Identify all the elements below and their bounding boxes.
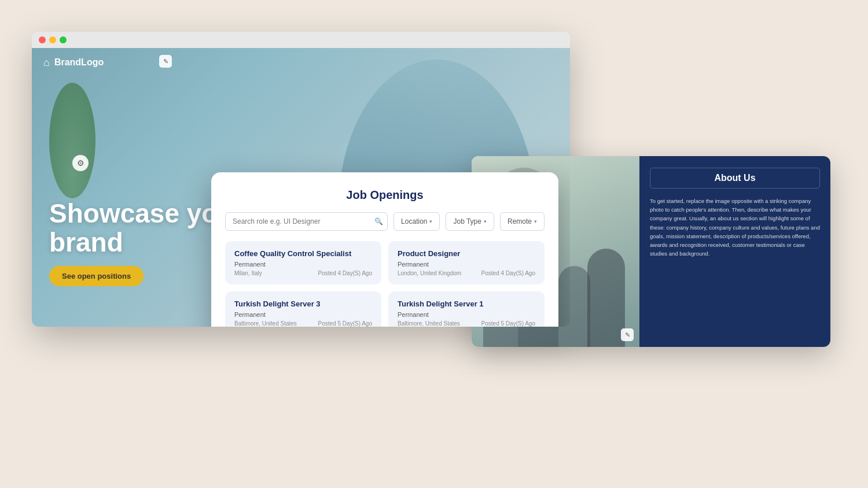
brand-name: BrandLogo <box>54 57 104 68</box>
traffic-light-red[interactable] <box>39 36 46 43</box>
job-card-title-2: Turkish Delight Server 3 <box>234 300 372 308</box>
job-card-location-1: London, United Kingdom <box>398 270 461 276</box>
job-modal-title: Job Openings <box>225 188 545 202</box>
job-type-filter[interactable]: Job Type ▾ <box>446 212 494 231</box>
hero-header: ⌂ BrandLogo <box>32 48 570 77</box>
job-card-meta-1: London, United Kingdom Posted 4 Day(S) A… <box>398 270 535 276</box>
traffic-light-green[interactable] <box>60 36 67 43</box>
jobtype-chevron-icon: ▾ <box>484 219 487 224</box>
settings-icon[interactable]: ⚙ <box>72 155 89 171</box>
remote-chevron-icon: ▾ <box>534 219 537 224</box>
job-search-container: 🔍 <box>225 212 388 231</box>
browser-window: ⌂ BrandLogo ✎ ⚙ Showcase your brand See … <box>32 32 570 327</box>
job-openings-modal: Job Openings 🔍 Location ▾ Job Type ▾ Rem… <box>211 172 558 327</box>
search-input[interactable] <box>225 212 388 231</box>
location-filter-label: Location <box>401 217 427 225</box>
job-card-1[interactable]: Product Designer Permanent London, Unite… <box>388 241 545 284</box>
brand-logo: ⌂ BrandLogo <box>43 57 104 69</box>
job-card-type-1: Permanent <box>398 261 535 268</box>
location-chevron-icon: ▾ <box>429 219 432 224</box>
job-card-type-2: Permanent <box>234 311 372 318</box>
browser-content: ⌂ BrandLogo ✎ ⚙ Showcase your brand See … <box>32 48 570 327</box>
job-card-location-3: Baltimore, United States <box>398 320 460 327</box>
location-filter[interactable]: Location ▾ <box>393 212 440 231</box>
job-card-posted-3: Posted 5 Day(S) Ago <box>481 320 535 327</box>
job-card-meta-0: Milan, Italy Posted 4 Day(S) Ago <box>234 270 372 276</box>
search-icon[interactable]: 🔍 <box>374 217 383 225</box>
about-body: To get started, replace the image opposi… <box>650 197 820 258</box>
browser-titlebar <box>32 32 570 48</box>
job-card-type-3: Permanent <box>398 311 535 318</box>
see-open-positions-button[interactable]: See open positions <box>49 266 144 286</box>
job-card-title-0: Coffee Quality Control Specialist <box>234 249 372 258</box>
job-card-3[interactable]: Turkish Delight Server 1 Permanent Balti… <box>388 291 545 327</box>
job-card-2[interactable]: Turkish Delight Server 3 Permanent Balti… <box>225 291 381 327</box>
job-grid: Coffee Quality Control Specialist Perman… <box>225 241 545 327</box>
remote-filter-label: Remote <box>507 217 532 225</box>
job-card-location-2: Baltimore, United States <box>234 320 297 327</box>
about-content: About Us To get started, replace the ima… <box>639 156 830 347</box>
job-card-type-0: Permanent <box>234 261 372 268</box>
hero-plant-left <box>49 83 95 198</box>
about-title-box: About Us <box>650 168 820 188</box>
job-card-posted-2: Posted 5 Day(S) Ago <box>318 320 372 327</box>
job-type-filter-label: Job Type <box>453 217 481 225</box>
job-card-title-3: Turkish Delight Server 1 <box>398 300 535 308</box>
edit-brand-icon[interactable]: ✎ <box>159 55 172 68</box>
person-sil-3 <box>558 266 590 347</box>
job-card-posted-1: Posted 4 Day(S) Ago <box>481 270 535 276</box>
person-sil-4 <box>587 249 625 347</box>
job-card-title-1: Product Designer <box>398 249 535 258</box>
remote-filter[interactable]: Remote ▾ <box>500 212 545 231</box>
job-card-posted-0: Posted 4 Day(S) Ago <box>318 270 372 276</box>
traffic-light-yellow[interactable] <box>49 36 56 43</box>
hero-title-line2: brand <box>49 227 123 257</box>
job-card-location-0: Milan, Italy <box>234 270 262 276</box>
job-filters: 🔍 Location ▾ Job Type ▾ Remote ▾ <box>225 212 545 231</box>
edit-about-photo-icon[interactable]: ✎ <box>621 328 634 341</box>
job-card-0[interactable]: Coffee Quality Control Specialist Perman… <box>225 241 381 284</box>
home-icon: ⌂ <box>43 57 50 69</box>
about-title: About Us <box>714 173 755 183</box>
job-card-meta-2: Baltimore, United States Posted 5 Day(S)… <box>234 320 372 327</box>
job-card-meta-3: Baltimore, United States Posted 5 Day(S)… <box>398 320 535 327</box>
